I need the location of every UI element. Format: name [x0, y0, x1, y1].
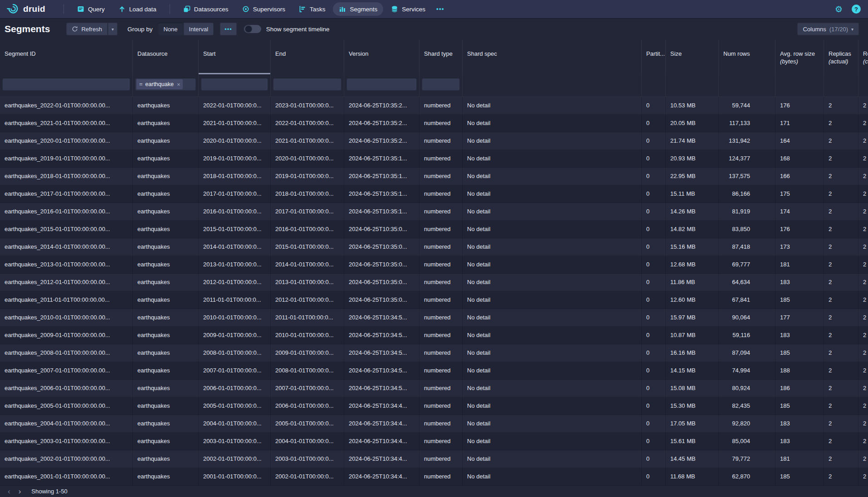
- cell-segment_id[interactable]: earthquakes_2011-01-01T00:00:00.00...: [0, 291, 133, 309]
- cell-size[interactable]: 15.61 MB: [666, 433, 719, 450]
- cell-datasource[interactable]: earthquakes: [133, 433, 199, 450]
- cell-replication_factor[interactable]: 2: [858, 468, 868, 485]
- cell-segment_id[interactable]: earthquakes_2018-01-01T00:00:00.00...: [0, 168, 133, 185]
- cell-replicas[interactable]: 2: [824, 344, 858, 362]
- table-row[interactable]: earthquakes_2020-01-01T00:00:00.00...ear…: [0, 132, 868, 150]
- cell-shard_type[interactable]: numbered: [419, 397, 463, 415]
- cell-version[interactable]: 2024-06-25T10:34:5...: [344, 309, 419, 326]
- cell-end[interactable]: 2017-01-01T00:00:0...: [271, 203, 344, 220]
- cell-shard_spec[interactable]: No detail: [463, 433, 642, 450]
- cell-replicas[interactable]: 2: [824, 256, 858, 273]
- cell-replication_factor[interactable]: 2: [858, 380, 868, 397]
- cell-datasource[interactable]: earthquakes: [133, 115, 199, 132]
- cell-shard_spec[interactable]: No detail: [463, 327, 642, 344]
- cell-shard_spec[interactable]: No detail: [463, 115, 642, 132]
- cell-segment_id[interactable]: earthquakes_2021-01-01T00:00:00.00...: [0, 115, 133, 132]
- cell-start[interactable]: 2012-01-01T00:00:0...: [199, 274, 271, 291]
- table-row[interactable]: earthquakes_2021-01-01T00:00:00.00...ear…: [0, 115, 868, 132]
- cell-num_rows[interactable]: 69,777: [719, 256, 775, 273]
- cell-shard_type[interactable]: numbered: [419, 291, 463, 309]
- cell-datasource[interactable]: earthquakes: [133, 415, 199, 432]
- segment-timeline-toggle[interactable]: [244, 25, 261, 33]
- cell-shard_type[interactable]: numbered: [419, 327, 463, 344]
- table-row[interactable]: earthquakes_2013-01-01T00:00:00.00...ear…: [0, 256, 868, 274]
- nav-item-services[interactable]: Services: [385, 2, 431, 16]
- cell-replication_factor[interactable]: 2: [858, 327, 868, 344]
- cell-size[interactable]: 12.68 MB: [666, 256, 719, 273]
- cell-size[interactable]: 20.93 MB: [666, 150, 719, 167]
- cell-end[interactable]: 2002-01-01T00:00:0...: [271, 468, 344, 485]
- cell-num_rows[interactable]: 83,850: [719, 221, 775, 238]
- group-by-interval-button[interactable]: Interval: [183, 23, 214, 35]
- cell-replication_factor[interactable]: 2: [858, 238, 868, 256]
- table-row[interactable]: earthquakes_2016-01-01T00:00:00.00...ear…: [0, 203, 868, 221]
- cell-segment_id[interactable]: earthquakes_2009-01-01T00:00:00.00...: [0, 327, 133, 344]
- cell-version[interactable]: 2024-06-25T10:34:4...: [344, 433, 419, 450]
- cell-size[interactable]: 20.05 MB: [666, 115, 719, 132]
- cell-partition[interactable]: 0: [642, 221, 666, 238]
- cell-num_rows[interactable]: 62,870: [719, 468, 775, 485]
- help-icon[interactable]: ?: [852, 5, 861, 14]
- cell-start[interactable]: 2020-01-01T00:00:0...: [199, 132, 271, 150]
- cell-size[interactable]: 11.86 MB: [666, 274, 719, 291]
- cell-version[interactable]: 2024-06-25T10:34:4...: [344, 415, 419, 432]
- column-header-datasource[interactable]: Datasource: [133, 40, 199, 74]
- cell-shard_spec[interactable]: No detail: [463, 221, 642, 238]
- cell-partition[interactable]: 0: [642, 362, 666, 379]
- table-row[interactable]: earthquakes_2009-01-01T00:00:00.00...ear…: [0, 327, 868, 344]
- cell-datasource[interactable]: earthquakes: [133, 274, 199, 291]
- cell-version[interactable]: 2024-06-25T10:35:0...: [344, 274, 419, 291]
- column-header-size[interactable]: Size: [666, 40, 719, 74]
- cell-datasource[interactable]: earthquakes: [133, 468, 199, 485]
- cell-segment_id[interactable]: earthquakes_2017-01-01T00:00:00.00...: [0, 185, 133, 203]
- table-row[interactable]: earthquakes_2022-01-01T00:00:00.00...ear…: [0, 97, 868, 115]
- cell-partition[interactable]: 0: [642, 185, 666, 203]
- cell-size[interactable]: 14.82 MB: [666, 221, 719, 238]
- cell-replication_factor[interactable]: 2: [858, 168, 868, 185]
- cell-shard_type[interactable]: numbered: [419, 450, 463, 468]
- cell-datasource[interactable]: earthquakes: [133, 362, 199, 379]
- cell-end[interactable]: 2015-01-01T00:00:0...: [271, 238, 344, 256]
- table-row[interactable]: earthquakes_2001-01-01T00:00:00.00...ear…: [0, 468, 868, 486]
- cell-segment_id[interactable]: earthquakes_2006-01-01T00:00:00.00...: [0, 380, 133, 397]
- table-row[interactable]: earthquakes_2014-01-01T00:00:00.00...ear…: [0, 238, 868, 256]
- refresh-button[interactable]: Refresh: [66, 23, 107, 35]
- cell-size[interactable]: 11.68 MB: [666, 468, 719, 485]
- cell-version[interactable]: 2024-06-25T10:35:0...: [344, 221, 419, 238]
- filter-input-shard_type[interactable]: [422, 78, 460, 91]
- cell-shard_type[interactable]: numbered: [419, 468, 463, 485]
- cell-replication_factor[interactable]: 2: [858, 362, 868, 379]
- table-row[interactable]: earthquakes_2006-01-01T00:00:00.00...ear…: [0, 380, 868, 397]
- cell-segment_id[interactable]: earthquakes_2020-01-01T00:00:00.00...: [0, 132, 133, 150]
- table-row[interactable]: earthquakes_2012-01-01T00:00:00.00...ear…: [0, 274, 868, 291]
- cell-avg_row_size[interactable]: 166: [775, 168, 824, 185]
- cell-version[interactable]: 2024-06-25T10:35:2...: [344, 115, 419, 132]
- cell-shard_spec[interactable]: No detail: [463, 415, 642, 432]
- cell-version[interactable]: 2024-06-25T10:34:5...: [344, 327, 419, 344]
- cell-size[interactable]: 17.05 MB: [666, 415, 719, 432]
- column-header-version[interactable]: Version: [344, 40, 419, 74]
- cell-datasource[interactable]: earthquakes: [133, 150, 199, 167]
- cell-start[interactable]: 2019-01-01T00:00:0...: [199, 150, 271, 167]
- cell-shard_spec[interactable]: No detail: [463, 291, 642, 309]
- cell-shard_spec[interactable]: No detail: [463, 203, 642, 220]
- cell-size[interactable]: 21.74 MB: [666, 132, 719, 150]
- cell-segment_id[interactable]: earthquakes_2002-01-01T00:00:00.00...: [0, 450, 133, 468]
- cell-start[interactable]: 2004-01-01T00:00:0...: [199, 415, 271, 432]
- cell-segment_id[interactable]: earthquakes_2007-01-01T00:00:00.00...: [0, 362, 133, 379]
- cell-version[interactable]: 2024-06-25T10:35:2...: [344, 132, 419, 150]
- cell-start[interactable]: 2013-01-01T00:00:0...: [199, 256, 271, 273]
- cell-replicas[interactable]: 2: [824, 203, 858, 220]
- cell-datasource[interactable]: earthquakes: [133, 256, 199, 273]
- cell-segment_id[interactable]: earthquakes_2001-01-01T00:00:00.00...: [0, 468, 133, 485]
- cell-partition[interactable]: 0: [642, 274, 666, 291]
- cell-avg_row_size[interactable]: 183: [775, 433, 824, 450]
- cell-datasource[interactable]: earthquakes: [133, 291, 199, 309]
- cell-shard_spec[interactable]: No detail: [463, 468, 642, 485]
- cell-avg_row_size[interactable]: 171: [775, 115, 824, 132]
- filter-input-start[interactable]: [201, 78, 268, 91]
- settings-gear-icon[interactable]: ⚙: [835, 5, 843, 14]
- cell-shard_spec[interactable]: No detail: [463, 168, 642, 185]
- cell-segment_id[interactable]: earthquakes_2004-01-01T00:00:00.00...: [0, 415, 133, 432]
- cell-end[interactable]: 2019-01-01T00:00:0...: [271, 168, 344, 185]
